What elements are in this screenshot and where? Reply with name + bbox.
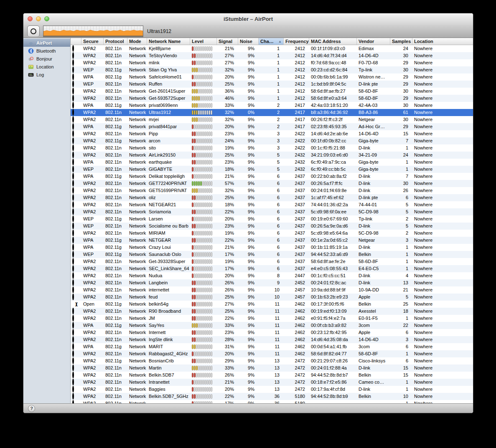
column-header-level[interactable]: Level bbox=[190, 38, 217, 45]
level-segments bbox=[192, 139, 215, 143]
help-button[interactable]: ? bbox=[28, 405, 35, 412]
table-row[interactable]: WPA2802.11nNetwork17%9%3651801Nowhere bbox=[71, 400, 473, 403]
signal-level-bar bbox=[190, 202, 217, 207]
cell-name: SafeIceHome01 bbox=[147, 73, 190, 81]
table-row[interactable]: WPA2802.11nNetworkfeud25%9%10245700:1b:6… bbox=[71, 294, 473, 301]
sidebar-item-airport[interactable]: AirPort bbox=[23, 39, 70, 47]
cell-mac: 10:9a:dd:88:bf:9f bbox=[309, 286, 357, 294]
column-header-location[interactable]: Location bbox=[412, 38, 473, 45]
level-segment bbox=[204, 68, 206, 72]
level-segment bbox=[194, 61, 196, 65]
table-row[interactable]: WPA2802.11nNetworkSoriamoria22%9%624375c… bbox=[71, 208, 473, 215]
table-row[interactable]: WPA2802.11nNetworkJM22%9%112462e0:91:f5:… bbox=[71, 315, 473, 322]
table-row[interactable]: WPA802.11gNetworkNETGEAR22%9%6243700:1e:… bbox=[71, 237, 473, 244]
table-row[interactable]: WPA2802.11nNetworkmlink27%9%12412f0:7d:6… bbox=[71, 59, 473, 66]
column-header-signal[interactable]: Signal bbox=[217, 38, 238, 45]
sidebar-item-log[interactable]: Log bbox=[23, 71, 70, 78]
cell-frequency: 2412 bbox=[284, 52, 309, 59]
column-header-samples[interactable]: Samples bbox=[390, 38, 412, 45]
table-row[interactable]: WPA2802.11nNetworkRabbagast2_4GHz20%9%11… bbox=[71, 350, 473, 357]
table-row[interactable]: WEP802.11gNetworkLarsen20%9%6243700:19:e… bbox=[71, 215, 473, 223]
table-row[interactable]: WPA2802.11nNetworkUltras191232%0%22417b8… bbox=[71, 109, 473, 116]
table-row[interactable]: WPA2802.11nNetworkPipp23%9%3242214:d6:4d… bbox=[71, 130, 473, 137]
table-row[interactable]: WPA802.11gNetworkMARIT31%9%11246200:0d:5… bbox=[71, 343, 473, 350]
table-row[interactable]: WPA2802.11nNetworkMartin33%9%13247200:24… bbox=[71, 364, 473, 372]
table-row[interactable]: WPA2802.11nNetworkLangbein26%9%9245200:2… bbox=[71, 279, 473, 286]
table-row[interactable]: WPA802.11gNetworkSayYes33%9%11246200:0f:… bbox=[71, 322, 473, 329]
table-row[interactable]: WEP802.11nNetworkRuffen25%9%124121c:bd:b… bbox=[71, 81, 473, 88]
table-row[interactable]: WPA2802.11nNetworkGet-260141Super36%9%12… bbox=[71, 88, 473, 95]
table-row[interactable]: WPA2802.11nNetworksito19%9%3242200:1c:f0… bbox=[71, 144, 473, 152]
bluetooth-icon bbox=[28, 48, 34, 54]
table-row[interactable]: WPA2802.11nNetworkBelkin.5DB726%9%132472… bbox=[71, 372, 473, 379]
table-row[interactable]: WPA2802.11nNetworkMIRIAM19%9%624375c:d9:… bbox=[71, 230, 473, 237]
table-row[interactable]: WPA2802.11nNetworkinternettet26%9%102457… bbox=[71, 286, 473, 294]
cell-channel: 11 bbox=[259, 322, 284, 329]
table-row[interactable]: WPA2802.11nNetworkIntranettet21%9%132472… bbox=[71, 379, 473, 386]
table-row[interactable]: )(Open802.11gNetworkbelkin54g27%9%112462… bbox=[71, 301, 473, 308]
table-row[interactable]: WPA2802.11gNetworkarcon24%9%3242200:1f:d… bbox=[71, 137, 473, 144]
level-segment bbox=[194, 89, 196, 94]
table-row[interactable]: WEP802.11gNetworkStian Og Ylva32%9%12412… bbox=[71, 66, 473, 73]
column-header-secure-icon[interactable] bbox=[71, 38, 81, 45]
column-header-secure[interactable]: Secure bbox=[81, 38, 104, 45]
sidebar-item-bluetooth[interactable]: Bluetooth bbox=[23, 47, 70, 55]
table-row[interactable]: WPA802.11gNetworkprivat8441par20%9%22417… bbox=[71, 123, 473, 130]
zoom-button[interactable] bbox=[44, 16, 49, 21]
table-row[interactable]: WPA802.11nNetworkearthquake23%9%524326c:… bbox=[71, 159, 473, 166]
table-row[interactable]: WPA2802.11nNetworkGet-593572Super46%9%12… bbox=[71, 95, 473, 102]
table-row[interactable]: WPA2802.11nNetworkBaggies20%9%13247200:1… bbox=[71, 386, 473, 393]
table-row[interactable]: WPA802.11gNetworkprivat0699enn33%9%22417… bbox=[71, 102, 473, 109]
table-row[interactable]: WPA802.11gNetworkSafeIceHome0120%9%12412… bbox=[71, 73, 473, 81]
table-row[interactable]: WPA2802.11gNetworkBosnianCrib29%9%132472… bbox=[71, 357, 473, 364]
table-row[interactable]: WPA2802.11nNetworkNudua20%9%8244700:1c:f… bbox=[71, 272, 473, 279]
table-row[interactable]: WPA2802.11nNetworkmrjei32%9%2241700:26:f… bbox=[71, 116, 473, 123]
table-row[interactable]: WEP802.11nNetworkGIGABYTE18%9%524326c:f0… bbox=[71, 166, 473, 173]
minimize-button[interactable] bbox=[36, 16, 41, 21]
column-header-noise[interactable]: Noise bbox=[238, 38, 259, 45]
istumbler-window: iStumbler – AirPort Ultras1912 AirPortBl… bbox=[23, 13, 473, 413]
network-table-body[interactable]: WPA2802.11nNetworkKjellBjarne21%9%124120… bbox=[71, 45, 473, 403]
table-row[interactable]: WEP802.11gNetworkSaunaclub Oslo17%9%6243… bbox=[71, 251, 473, 258]
level-segment bbox=[204, 373, 206, 377]
level-segment bbox=[192, 110, 193, 115]
column-header-mode[interactable]: Mode bbox=[127, 38, 147, 45]
table-row[interactable]: WPA2802.11nNetworkGET72240PRIVAT57%9%624… bbox=[71, 180, 473, 187]
table-row[interactable]: WPA2802.11nNetworkBelkin.5DB7_5GHz22%9%3… bbox=[71, 393, 473, 400]
level-segment bbox=[194, 224, 196, 228]
level-segments bbox=[192, 281, 215, 285]
close-button[interactable] bbox=[28, 16, 33, 21]
cell-mode: Network bbox=[127, 173, 147, 180]
table-row[interactable]: WPA2802.11nNetworkKjellBjarne21%9%124120… bbox=[71, 45, 473, 52]
column-header-channel[interactable]: Cha…▲ bbox=[259, 38, 284, 45]
column-header-frequency[interactable]: Frequency bbox=[284, 38, 309, 45]
title-bar[interactable]: iStumbler – AirPort bbox=[23, 13, 473, 25]
cell-location: Nowhere bbox=[412, 173, 473, 180]
table-row[interactable]: WPA802.11gNetworkDelikat toppleiligh21%9… bbox=[71, 173, 473, 180]
sidebar-item-location[interactable]: Location bbox=[23, 63, 70, 71]
cell-protocol: 802.11g bbox=[104, 237, 127, 244]
table-row[interactable]: WPA2802.11nNetworkSEC_LinkShare_6417%9%6… bbox=[71, 265, 473, 272]
cell-protocol: 802.11n bbox=[104, 59, 127, 66]
table-row[interactable]: WEP802.11nNetworkSocialisme ou Barb23%9%… bbox=[71, 223, 473, 230]
column-header-mac[interactable]: MAC Address bbox=[309, 38, 357, 45]
cell-channel: 1 bbox=[259, 95, 284, 102]
table-row[interactable]: WPA2802.11nNetworkR90 Broadband25%9%1124… bbox=[71, 308, 473, 315]
sidebar-item-bonjour[interactable]: Bonjour bbox=[23, 55, 70, 63]
table-row[interactable]: WPA2802.11nNetworkIngSte dlink28%9%11246… bbox=[71, 336, 473, 343]
column-header-protocol[interactable]: Protocol bbox=[104, 38, 127, 45]
cell-channel: 1 bbox=[259, 81, 284, 88]
table-row[interactable]: WPA802.11gNetworkCrazy Loui21%9%6243700:… bbox=[71, 244, 473, 251]
table-row[interactable]: WPA2802.11nNetworkGET51699PRIVAT32%9%624… bbox=[71, 187, 473, 194]
table-row[interactable]: WPA2802.11nNetworkNETGEAR2118%9%6243774:… bbox=[71, 201, 473, 208]
table-row[interactable]: WPA2802.11nNetworkGet-393328Super19%9%62… bbox=[71, 258, 473, 265]
cell-noise: 9% bbox=[238, 52, 259, 59]
column-header-vendor[interactable]: Vendor bbox=[357, 38, 390, 45]
column-header-name[interactable]: Network Name bbox=[147, 38, 190, 45]
table-row[interactable]: WPA2802.11nNetworkoliz25%9%624371c:af:f7… bbox=[71, 194, 473, 201]
monitor-button[interactable] bbox=[27, 25, 40, 37]
table-row[interactable]: WPA2802.11nNetworkTeStoyViendo27%9%12412… bbox=[71, 52, 473, 59]
table-row[interactable]: WPA2802.11nNetworkAirLink2915025%9%52432… bbox=[71, 152, 473, 159]
cell-mac: 00:18:e7:f2:e5:86 bbox=[309, 379, 357, 386]
table-row[interactable]: WPA2802.11nNetworkInternett23%9%11246200… bbox=[71, 329, 473, 336]
